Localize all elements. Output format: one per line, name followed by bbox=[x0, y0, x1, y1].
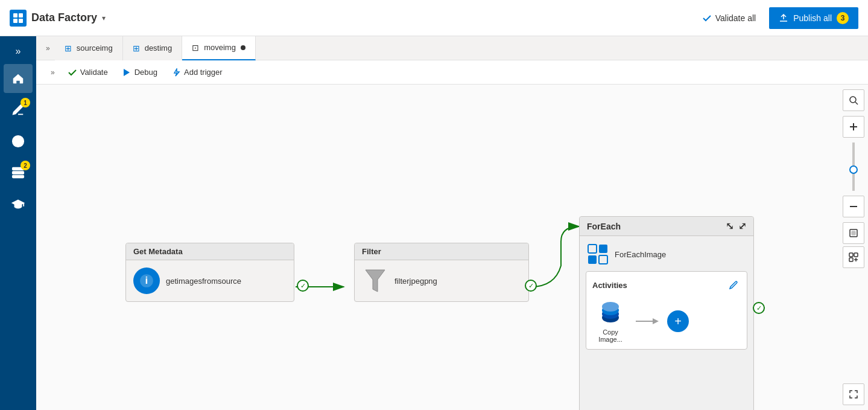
tab-sourceimg[interactable]: ⊞ sourceimg bbox=[55, 36, 123, 60]
minimize-icon[interactable]: ⤡ bbox=[726, 220, 733, 232]
sidebar: » 1 2 bbox=[0, 36, 36, 410]
auto-layout-button[interactable] bbox=[843, 246, 864, 268]
svg-marker-14 bbox=[366, 270, 385, 292]
debug-label: Debug bbox=[135, 68, 157, 77]
tab-moveimg[interactable]: ⊡ moveimg bbox=[182, 36, 256, 60]
fit-screen-button[interactable] bbox=[843, 222, 864, 244]
foreach-activity-row: ForEachImage bbox=[586, 242, 747, 266]
app-title: Data Factory bbox=[31, 11, 97, 24]
publish-all-label: Publish all bbox=[793, 13, 832, 23]
get-metadata-body: i getimagesfromsource bbox=[126, 260, 294, 301]
app-icon bbox=[10, 10, 27, 27]
activities-label: Activities bbox=[592, 281, 627, 290]
foreach-title: ForEach bbox=[587, 222, 621, 231]
tab-dirty-indicator bbox=[241, 45, 246, 50]
activity-connector bbox=[636, 315, 660, 327]
content-area: » ⊞ sourceimg ⊞ destimg ⊡ moveimg » bbox=[36, 36, 868, 410]
foreach-activity-icon bbox=[586, 242, 610, 266]
sidebar-item-home[interactable] bbox=[4, 64, 33, 93]
copy-image-icon bbox=[597, 299, 624, 326]
filter-header: Filter bbox=[355, 243, 528, 260]
get-metadata-title: Get Metadata bbox=[133, 247, 183, 256]
validate-label: Validate bbox=[80, 68, 108, 77]
svg-marker-8 bbox=[124, 69, 130, 76]
svg-rect-16 bbox=[599, 245, 607, 253]
svg-rect-31 bbox=[852, 231, 855, 235]
top-bar-left: Data Factory ▾ bbox=[10, 10, 686, 27]
svg-rect-34 bbox=[849, 258, 853, 261]
expand-icon[interactable]: ⤢ bbox=[738, 220, 746, 232]
copy-image-activity[interactable]: Copy Image... bbox=[592, 299, 629, 343]
sidebar-item-author[interactable]: 1 bbox=[4, 95, 33, 124]
filter-node[interactable]: Filter filterjpegpng bbox=[354, 243, 529, 302]
foreach-success: ✓ bbox=[753, 302, 765, 314]
toolbar: » Validate Debug Add trigger bbox=[36, 60, 868, 85]
svg-rect-33 bbox=[854, 253, 858, 257]
foreach-header-right: ⤡ ⤢ bbox=[726, 220, 746, 232]
svg-rect-15 bbox=[588, 245, 597, 253]
add-activity-button[interactable]: + bbox=[667, 310, 689, 332]
foreach-activity-name: ForEachImage bbox=[615, 250, 666, 259]
tab-destimg[interactable]: ⊞ destimg bbox=[123, 36, 183, 60]
svg-point-25 bbox=[850, 97, 856, 103]
publish-badge: 3 bbox=[837, 12, 849, 24]
tab-moveimg-label: moveimg bbox=[204, 43, 236, 52]
sourceimg-icon: ⊞ bbox=[65, 43, 72, 53]
zoom-in-button[interactable] bbox=[843, 116, 864, 138]
svg-rect-3 bbox=[19, 19, 23, 23]
author-badge: 1 bbox=[21, 98, 30, 107]
dropdown-chevron[interactable]: ▾ bbox=[102, 14, 106, 22]
zoom-slider-track[interactable] bbox=[852, 143, 855, 191]
tabs-bar: » ⊞ sourceimg ⊞ destimg ⊡ moveimg bbox=[36, 36, 868, 60]
get-metadata-icon: i bbox=[133, 267, 160, 294]
zoom-slider-container bbox=[843, 116, 864, 217]
publish-all-button[interactable]: Publish all 3 bbox=[769, 7, 858, 29]
svg-text:i: i bbox=[145, 274, 148, 286]
copy-image-label: Copy Image... bbox=[592, 328, 629, 343]
get-metadata-node[interactable]: Get Metadata i getimagesfromsource bbox=[125, 243, 294, 302]
get-metadata-header: Get Metadata bbox=[126, 243, 294, 260]
debug-button[interactable]: Debug bbox=[116, 64, 163, 80]
sidebar-item-monitor[interactable] bbox=[4, 127, 33, 156]
search-button[interactable] bbox=[843, 89, 864, 111]
manage-badge: 2 bbox=[21, 161, 30, 170]
moveimg-icon: ⊡ bbox=[192, 43, 199, 53]
edit-icon[interactable] bbox=[726, 278, 741, 292]
foreach-header: ForEach ⤡ ⤢ bbox=[580, 217, 753, 236]
filter-title: Filter bbox=[362, 247, 381, 256]
svg-rect-32 bbox=[849, 253, 853, 257]
filter-icon bbox=[362, 267, 388, 294]
foreach-body: ForEachImage Activities bbox=[580, 236, 753, 356]
svg-line-26 bbox=[855, 102, 858, 104]
validate-button[interactable]: Validate bbox=[62, 64, 114, 80]
validate-all-button[interactable]: Validate all bbox=[696, 10, 762, 27]
sidebar-toggle[interactable]: » bbox=[0, 41, 36, 62]
svg-rect-0 bbox=[13, 13, 17, 18]
main-layout: » 1 2 bbox=[0, 36, 868, 410]
svg-rect-6 bbox=[13, 171, 24, 174]
svg-marker-24 bbox=[653, 318, 659, 324]
zoom-slider-handle[interactable] bbox=[849, 165, 858, 174]
top-bar-actions: Validate all Publish all 3 bbox=[696, 7, 858, 29]
svg-rect-2 bbox=[13, 19, 17, 23]
sidebar-item-learn[interactable] bbox=[4, 190, 33, 219]
filter-success: ✓ bbox=[525, 280, 537, 292]
toolbar-expand[interactable]: » bbox=[46, 66, 60, 79]
filter-body: filterjpegpng bbox=[355, 260, 528, 301]
top-bar: Data Factory ▾ Validate all Publish all … bbox=[0, 0, 868, 36]
tab-sourceimg-label: sourceimg bbox=[77, 43, 113, 53]
svg-rect-18 bbox=[599, 255, 607, 264]
add-trigger-button[interactable]: Add trigger bbox=[166, 64, 229, 80]
filter-label: filterjpegpng bbox=[394, 277, 437, 286]
add-activity-icon: + bbox=[674, 315, 682, 328]
tabs-expand[interactable]: » bbox=[41, 42, 55, 55]
destimg-icon: ⊞ bbox=[133, 43, 140, 53]
zoom-out-button[interactable] bbox=[843, 196, 864, 217]
pipeline-canvas: Get Metadata i getimagesfromsource ✓ bbox=[36, 85, 868, 410]
fullscreen-button[interactable] bbox=[843, 383, 864, 405]
tab-destimg-label: destimg bbox=[145, 43, 173, 53]
sidebar-item-manage[interactable]: 2 bbox=[4, 158, 33, 187]
get-metadata-label: getimagesfromsource bbox=[166, 277, 241, 286]
activities-content: Copy Image... + bbox=[592, 299, 741, 343]
svg-rect-1 bbox=[19, 13, 23, 18]
